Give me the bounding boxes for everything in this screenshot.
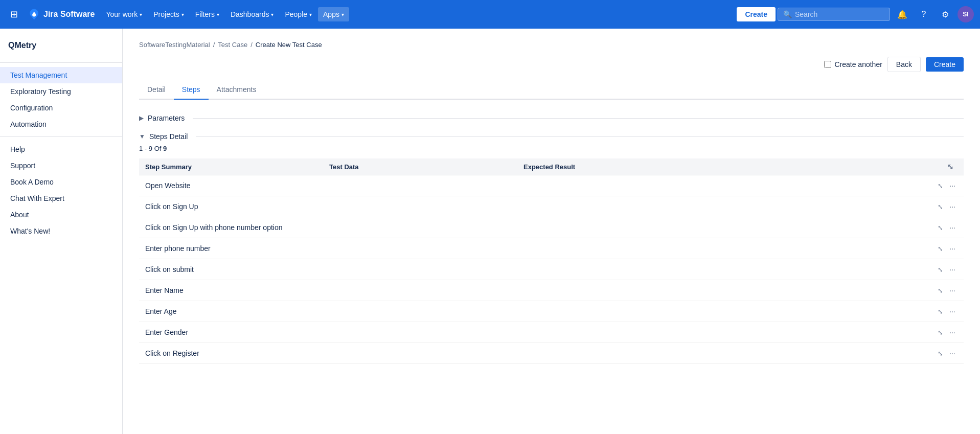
step-summary-cell: Enter Name — [139, 280, 323, 301]
sidebar-item-what's-new![interactable]: What's New! — [0, 223, 122, 239]
table-row: Enter Gender ⤡ ··· — [139, 322, 964, 343]
expected-result-cell[interactable] — [517, 280, 929, 301]
chevron-down-icon: ▾ — [271, 12, 274, 17]
expected-result-cell[interactable] — [517, 217, 929, 238]
accordion-parameters-header[interactable]: ▶ Parameters — [139, 110, 964, 126]
breadcrumb-link-testcase[interactable]: Test Case — [218, 41, 247, 49]
tab-steps[interactable]: Steps — [174, 80, 209, 100]
expand-all-icon[interactable]: ⤡ — [947, 163, 953, 171]
expand-row-icon[interactable]: ⤡ — [936, 223, 945, 233]
test-data-cell[interactable] — [323, 238, 517, 259]
test-data-cell[interactable] — [323, 343, 517, 364]
sidebar-item-support[interactable]: Support — [0, 157, 122, 174]
row-actions: ⤡ ··· — [929, 280, 964, 301]
more-options-icon[interactable]: ··· — [947, 285, 958, 295]
test-data-cell[interactable] — [323, 175, 517, 196]
sidebar-divider-2 — [0, 136, 122, 137]
step-summary-cell: Enter phone number — [139, 238, 323, 259]
more-options-icon[interactable]: ··· — [947, 306, 958, 316]
create-another-checkbox[interactable] — [824, 61, 831, 68]
accordion-parameters-divider — [193, 118, 964, 119]
test-data-cell[interactable] — [323, 280, 517, 301]
col-actions-header: ⤡ — [929, 158, 964, 175]
notifications-button[interactable]: 🔔 — [893, 5, 911, 24]
settings-button[interactable]: ⚙ — [936, 5, 954, 24]
expand-row-icon[interactable]: ⤡ — [936, 202, 945, 212]
search-box[interactable]: 🔍 — [778, 8, 890, 21]
test-data-cell[interactable] — [323, 322, 517, 343]
step-summary-cell: Enter Gender — [139, 322, 323, 343]
topnav-nav-your-work[interactable]: Your work▾ — [101, 7, 147, 21]
breadcrumb-sep-1: / — [213, 41, 215, 49]
chevron-down-icon: ▾ — [341, 12, 344, 17]
create-button[interactable]: Create — [926, 57, 964, 72]
expand-row-icon[interactable]: ⤡ — [936, 328, 945, 337]
col-test-data: Test Data — [323, 158, 517, 175]
accordion-steps-header[interactable]: ▼ Steps Detail — [139, 128, 964, 145]
step-summary-cell: Click on Sign Up with phone number optio… — [139, 217, 323, 238]
more-options-icon[interactable]: ··· — [947, 180, 958, 191]
expected-result-cell[interactable] — [517, 175, 929, 196]
topnav-nav-people[interactable]: People▾ — [280, 7, 317, 21]
create-another-text: Create another — [834, 60, 882, 68]
search-icon: 🔍 — [783, 10, 792, 18]
steps-table-head: Step Summary Test Data Expected Result ⤡ — [139, 158, 964, 175]
sidebar-item-book-a-demo[interactable]: Book A Demo — [0, 174, 122, 190]
expected-result-cell[interactable] — [517, 238, 929, 259]
search-input[interactable] — [795, 10, 877, 18]
sidebar-brand: QMetry — [0, 37, 122, 58]
expected-result-cell[interactable] — [517, 343, 929, 364]
test-data-cell[interactable] — [323, 301, 517, 322]
expand-row-icon[interactable]: ⤡ — [936, 286, 945, 295]
topnav-nav-apps[interactable]: Apps▾ — [318, 7, 349, 21]
topnav-create-button[interactable]: Create — [737, 7, 776, 21]
expected-result-cell[interactable] — [517, 196, 929, 217]
avatar[interactable]: SI — [958, 6, 974, 22]
chevron-down-icon: ▾ — [140, 12, 142, 17]
sidebar-item-help[interactable]: Help — [0, 141, 122, 157]
back-button[interactable]: Back — [887, 57, 921, 72]
test-data-cell[interactable] — [323, 217, 517, 238]
step-summary-cell: Enter Age — [139, 301, 323, 322]
test-data-cell[interactable] — [323, 259, 517, 280]
sidebar-item-configuration[interactable]: Configuration — [0, 100, 122, 116]
more-options-icon[interactable]: ··· — [947, 348, 958, 358]
tab-detail[interactable]: Detail — [139, 80, 174, 100]
action-icons: ⤡ ··· — [936, 348, 958, 358]
breadcrumb-link-project[interactable]: SoftwareTestingMaterial — [139, 41, 210, 49]
sidebar-item-automation[interactable]: Automation — [0, 116, 122, 132]
table-row: Enter Age ⤡ ··· — [139, 301, 964, 322]
more-options-icon[interactable]: ··· — [947, 222, 958, 233]
expected-result-cell[interactable] — [517, 301, 929, 322]
sidebar-items-extra: HelpSupportBook A DemoChat With ExpertAb… — [0, 141, 122, 239]
expand-row-icon[interactable]: ⤡ — [936, 349, 945, 358]
topnav-nav-filters[interactable]: Filters▾ — [190, 7, 224, 21]
tab-attachments[interactable]: Attachments — [209, 80, 265, 100]
tabs: DetailStepsAttachments — [139, 80, 964, 100]
topnav-nav-projects[interactable]: Projects▾ — [148, 7, 189, 21]
sidebar-item-chat-with-expert[interactable]: Chat With Expert — [0, 190, 122, 207]
sidebar-item-about[interactable]: About — [0, 207, 122, 223]
expand-row-icon[interactable]: ⤡ — [936, 265, 945, 275]
expand-row-icon[interactable]: ⤡ — [936, 307, 945, 316]
step-summary-cell: Open Website — [139, 175, 323, 196]
sidebar-item-exploratory-testing[interactable]: Exploratory Testing — [0, 83, 122, 100]
action-icons: ⤡ ··· — [936, 264, 958, 275]
expand-row-icon[interactable]: ⤡ — [936, 244, 945, 254]
test-data-cell[interactable] — [323, 196, 517, 217]
more-options-icon[interactable]: ··· — [947, 201, 958, 212]
more-options-icon[interactable]: ··· — [947, 264, 958, 275]
help-button[interactable]: ? — [915, 5, 933, 24]
more-options-icon[interactable]: ··· — [947, 327, 958, 337]
steps-table-body: Open Website ⤡ ··· Click on Sign Up ⤡ ··… — [139, 175, 964, 364]
sidebar-items: Test ManagementExploratory TestingConfig… — [0, 67, 122, 132]
expected-result-cell[interactable] — [517, 259, 929, 280]
expand-row-icon[interactable]: ⤡ — [936, 181, 945, 191]
sidebar-item-test-management[interactable]: Test Management — [0, 67, 122, 83]
grid-icon[interactable]: ⊞ — [6, 5, 22, 24]
more-options-icon[interactable]: ··· — [947, 243, 958, 254]
expected-result-cell[interactable] — [517, 322, 929, 343]
create-another-label[interactable]: Create another — [824, 60, 882, 68]
logo[interactable]: Jira Software — [24, 8, 99, 20]
topnav-nav-dashboards[interactable]: Dashboards▾ — [225, 7, 279, 21]
